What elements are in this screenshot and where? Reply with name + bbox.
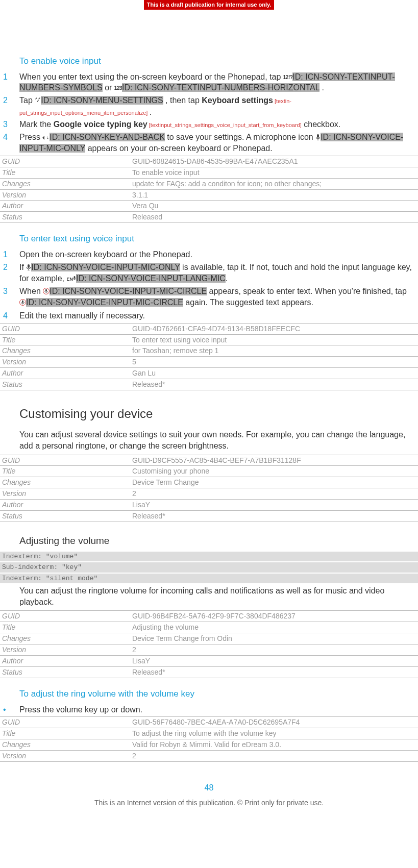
- svg-rect-6: [22, 301, 23, 303]
- text: Tap: [19, 96, 35, 105]
- meta-val: To enter text using voice input: [130, 334, 418, 345]
- meta-val: Customising your phone: [130, 466, 418, 477]
- steps-enable-voice-input: 1 When you enter text using the on-scree…: [0, 71, 418, 156]
- meta-key: Version: [0, 357, 130, 368]
- meta-key: Title: [0, 167, 130, 178]
- meta-val: 2: [130, 488, 418, 500]
- bullet-item: • Press the volume key up or down.: [0, 704, 418, 717]
- step-4: 4 Edit the text manually if necessary.: [0, 310, 418, 323]
- svg-rect-2: [74, 276, 76, 279]
- bold-label: Google voice typing key: [54, 120, 147, 129]
- step-number: 1: [3, 249, 19, 260]
- microphone-icon: [315, 132, 321, 143]
- para-customising: You can adjust several device settings t…: [19, 429, 415, 451]
- bullets-adjust-ring: • Press the volume key up or down.: [0, 704, 418, 717]
- text: If: [19, 263, 26, 271]
- text: .: [149, 108, 151, 116]
- meta-key: Author: [0, 368, 130, 379]
- meta-val: GUID-56F76480-7BEC-4AEA-A7A0-D5C62695A7F…: [130, 717, 418, 728]
- step-3: 3 Mark the Google voice typing key [text…: [0, 119, 418, 132]
- step-number: 4: [3, 310, 19, 321]
- meta-key: Author: [0, 655, 130, 666]
- lang-mic-icon: EN: [66, 276, 76, 282]
- meta-val: To adjust the ring volume with the volum…: [130, 728, 418, 739]
- meta-key: Changes: [0, 178, 130, 189]
- meta-key: GUID: [0, 156, 130, 167]
- meta-val: Device Term Change from Odin: [130, 633, 418, 644]
- svg-rect-1: [28, 264, 30, 268]
- svg-rect-0: [317, 134, 319, 138]
- para-adjusting-volume: You can adjust the ringtone volume for i…: [19, 585, 415, 607]
- step-body: Press ID: ICN-SONY-KEY-AND-BACK to save …: [19, 132, 415, 154]
- meta-key: GUID: [0, 323, 130, 334]
- meta-key: GUID: [0, 455, 130, 466]
- id-ref: ID: ICN-SONY-TEXTINPUT-NUMBERS-HORIZONTA…: [122, 83, 319, 92]
- placeholder-ref: [textinput_strings_settings_voice_input_…: [147, 122, 302, 128]
- meta-val: GUID-D9CF5557-AC85-4B4C-BEF7-A7B1BF31128…: [130, 455, 418, 466]
- heading-enable-voice-input: To enable voice input: [19, 56, 418, 67]
- settings-icon: [35, 95, 41, 107]
- meta-val: LisaY: [130, 500, 418, 511]
- meta-val: 2: [130, 644, 418, 656]
- meta-key: Status: [0, 379, 130, 390]
- meta-key: Title: [0, 622, 130, 633]
- meta-val: To enable voice input: [130, 167, 418, 178]
- meta-table-1: GUIDGUID-60824615-DA86-4535-89BA-E47AAEC…: [0, 156, 418, 223]
- step-1: 1 Open the on-screen keyboard or the Pho…: [0, 249, 418, 262]
- bullet-icon: •: [3, 704, 19, 715]
- meta-key: Changes: [0, 633, 130, 644]
- text: appears, speak to enter text. When you'r…: [207, 287, 407, 295]
- meta-val: Released*: [130, 511, 418, 522]
- step-body: Edit the text manually if necessary.: [19, 310, 415, 321]
- meta-val: GUID-4D762661-CFA9-4D74-9134-B58D18FEECF…: [130, 323, 418, 334]
- mic-circle-icon: [43, 286, 50, 297]
- meta-key: Author: [0, 500, 130, 511]
- bullet-body: Press the volume key up or down.: [19, 704, 415, 715]
- meta-key: Version: [0, 488, 130, 500]
- page-content: To enable voice input 1 When you enter t…: [0, 10, 418, 808]
- meta-val: 2: [130, 750, 418, 761]
- meta-key: Status: [0, 212, 130, 223]
- step-body: Tap ID: ICN-SONY-MENU-SETTINGS , then ta…: [19, 95, 415, 117]
- step-body: Mark the Google voice typing key [textin…: [19, 119, 415, 130]
- text: EN: [66, 277, 73, 282]
- meta-val: 5: [130, 357, 418, 368]
- text: to save your settings. A microphone icon: [165, 133, 315, 141]
- heading-enter-text-voice: To enter text using voice input: [19, 233, 418, 245]
- step-number: 1: [3, 71, 19, 83]
- step-body: Open the on-screen keyboard or the Phone…: [19, 249, 415, 260]
- meta-key: Changes: [0, 477, 130, 488]
- step-2: 2 Tap ID: ICN-SONY-MENU-SETTINGS , then …: [0, 95, 418, 119]
- meta-table-3: GUIDGUID-D9CF5557-AC85-4B4C-BEF7-A7B1BF3…: [0, 455, 418, 522]
- meta-val: LisaY: [130, 655, 418, 666]
- meta-key: GUID: [0, 717, 130, 728]
- back-icon: [42, 132, 50, 143]
- id-ref: ID: ICN-SONY-MENU-SETTINGS: [41, 96, 163, 105]
- text: When you enter text using the on-screen …: [19, 72, 283, 81]
- step-number: 2: [3, 95, 19, 106]
- id-ref: ID: ICN-SONY-VOICE-INPUT-MIC-CIRCLE: [26, 298, 183, 307]
- text: again. The suggested text appears.: [183, 298, 313, 307]
- text: .: [319, 83, 324, 92]
- svg-rect-4: [45, 289, 47, 291]
- page-number: 48: [0, 782, 418, 793]
- step-4: 4 Press ID: ICN-SONY-KEY-AND-BACK to sav…: [0, 132, 418, 156]
- step-2: 2 If ID: ICN-SONY-VOICE-INPUT-MIC-ONLY i…: [0, 262, 418, 286]
- step-3: 3 When ID: ICN-SONY-VOICE-INPUT-MIC-CIRC…: [0, 286, 418, 310]
- meta-key: Title: [0, 728, 130, 739]
- meta-key: Title: [0, 334, 130, 345]
- numbers-horizontal-icon: 123: [114, 85, 122, 92]
- mic-circle-icon: [19, 297, 26, 309]
- footer-text: This is an Internet version of this publ…: [0, 798, 418, 808]
- meta-val: Released*: [130, 379, 418, 390]
- step-number: 3: [3, 119, 19, 130]
- step-body: When ID: ICN-SONY-VOICE-INPUT-MIC-CIRCLE…: [19, 286, 415, 309]
- meta-val: 3.1.1: [130, 189, 418, 201]
- text: When: [19, 287, 43, 295]
- step-1: 1 When you enter text using the on-scree…: [0, 71, 418, 95]
- bold-label: Keyboard settings: [202, 96, 273, 105]
- heading-customising-device: Customising your device: [19, 406, 418, 422]
- text: or: [103, 83, 114, 92]
- meta-val: for Taoshan; remove step 1: [130, 345, 418, 357]
- step-body: When you enter text using the on-screen …: [19, 71, 415, 93]
